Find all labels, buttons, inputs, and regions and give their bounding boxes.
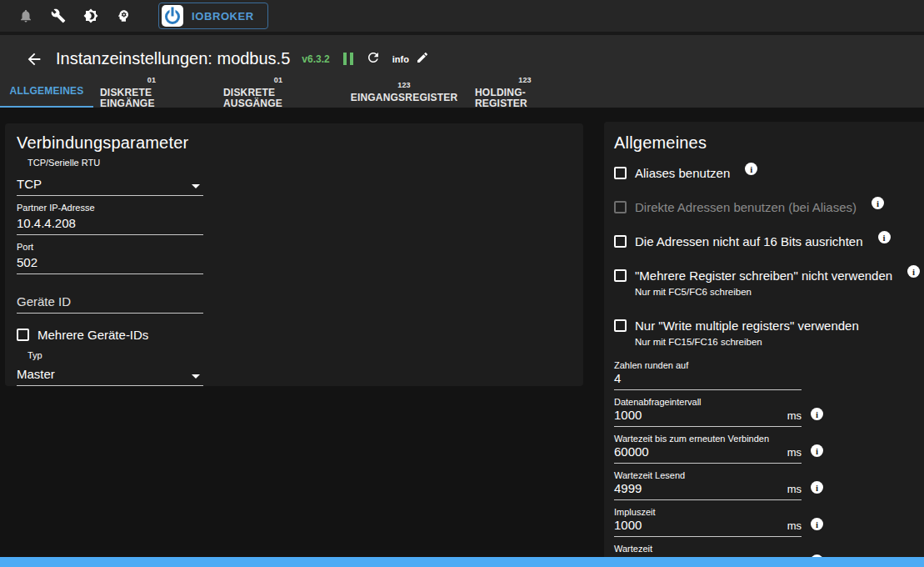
direct-addresses-checkbox: Direkte Adressen benutzen (bei Aliases) … <box>614 200 924 214</box>
only-write-multiple-group: Nur "Write multiple registers" verwenden… <box>614 319 924 347</box>
field-value: 60000 <box>614 444 649 459</box>
round-numbers-input[interactable]: 4 <box>614 370 802 390</box>
info-icon[interactable]: i <box>811 481 823 494</box>
tab-holding-register[interactable]: 123 HOLDING-REGISTER <box>475 76 575 108</box>
checkbox-sublabel: Nur mit FC5/FC6 schreiben <box>635 287 924 297</box>
field-label: Impluszeit <box>614 507 802 517</box>
connection-type-label: TCP/Serielle RTU <box>27 158 572 168</box>
tab-badge: 123 <box>397 80 411 91</box>
tab-label: ALLGEMEINES <box>10 86 84 97</box>
no-write-multiple-group: "Mehrere Register schreiben" nicht verwe… <box>614 268 924 297</box>
theme-brightness-icon[interactable] <box>83 8 98 23</box>
partner-ip-value: 10.4.4.208 <box>17 216 76 230</box>
aliases-checkbox[interactable]: Aliases benutzen i <box>614 166 924 180</box>
caret-down-icon <box>192 184 200 188</box>
port-value: 502 <box>17 255 37 269</box>
partner-ip-input[interactable]: 10.4.4.208 <box>17 214 203 235</box>
topbar: IOBROKER <box>0 0 924 35</box>
tab-label: HOLDING-REGISTER <box>475 88 575 109</box>
field-value: 1000 <box>614 518 642 532</box>
wrench-icon[interactable] <box>51 8 66 23</box>
only-write-multiple-checkbox[interactable]: Nur "Write multiple registers" verwenden <box>614 319 924 333</box>
connection-panel-title: Verbindungsparameter <box>17 133 572 153</box>
expert-mode-icon[interactable] <box>116 8 131 23</box>
device-id-label: Geräte ID <box>17 294 71 309</box>
checkbox-icon <box>17 329 29 341</box>
iobroker-logo-icon <box>162 5 183 27</box>
typ-label: Typ <box>27 350 572 360</box>
reconnect-time-input[interactable]: 60000 ms <box>614 444 802 464</box>
instance-header: Instanzeinstellungen: modbus.5 v6.3.2 in… <box>0 35 924 108</box>
caret-down-icon <box>192 374 200 379</box>
field-label: Wartezeit Lesend <box>614 470 802 480</box>
poll-interval-input[interactable]: 1000 ms <box>614 407 802 427</box>
info-icon[interactable]: i <box>811 408 823 420</box>
tab-label: DISKRETE EINGÄNGE <box>100 88 203 109</box>
title-row: Instanzeinstellungen: modbus.5 v6.3.2 in… <box>0 35 924 72</box>
connection-panel: Verbindungsparameter TCP/Serielle RTU TC… <box>5 123 583 386</box>
port-label: Port <box>17 242 572 252</box>
checkbox-icon <box>614 167 627 179</box>
checkbox-label: Aliases benutzen <box>635 166 730 180</box>
back-arrow-icon[interactable] <box>25 50 43 68</box>
field-unit: ms <box>787 409 802 422</box>
checkbox-label: Die Adressen nicht auf 16 Bits ausrichte… <box>635 234 863 248</box>
checkbox-label: Direkte Adressen benutzen (bei Aliases) <box>635 200 857 214</box>
checkbox-icon <box>614 235 627 248</box>
device-id-input[interactable]: Geräte ID <box>17 293 203 314</box>
iobroker-logo-button[interactable]: IOBROKER <box>158 3 268 29</box>
partner-ip-label: Partner IP-Adresse <box>17 203 572 213</box>
tab-bar: ALLGEMEINES 01 DISKRETE EINGÄNGE 01 DISK… <box>0 76 924 108</box>
field-unit: ms <box>787 519 802 532</box>
field-label: Zahlen runden auf <box>614 360 802 370</box>
info-icon[interactable]: i <box>872 197 884 209</box>
typ-value: Master <box>17 367 55 381</box>
info-icon[interactable]: i <box>907 265 920 278</box>
field-value: 1000 <box>614 408 642 422</box>
checkbox-icon <box>614 319 627 332</box>
read-timeout-field: Wartezeit Lesend 4999 ms i <box>614 470 802 500</box>
port-input[interactable]: 502 <box>17 253 203 274</box>
multi-device-label: Mehrere Geräte-IDs <box>37 328 148 342</box>
read-timeout-input[interactable]: 4999 ms <box>614 480 802 500</box>
pause-icon[interactable] <box>343 53 353 65</box>
info-icon[interactable]: i <box>878 231 891 243</box>
info-label[interactable]: info <box>392 54 409 64</box>
no-align-16bit-checkbox[interactable]: Die Adressen nicht auf 16 Bits ausrichte… <box>614 234 924 248</box>
version-badge: v6.3.2 <box>302 53 329 65</box>
field-value: 4999 <box>614 481 642 495</box>
tab-badge: 123 <box>518 75 532 86</box>
tab-badge: 01 <box>274 75 282 86</box>
tab-allgemeines[interactable]: ALLGEMEINES <box>0 76 93 108</box>
field-label: Datenabfrageintervall <box>614 397 802 407</box>
poll-interval-field: Datenabfrageintervall 1000 ms i <box>614 397 802 427</box>
tab-label: EINGANGSREGISTER <box>351 93 458 103</box>
field-unit: ms <box>787 446 802 459</box>
general-panel-title: Allgemeines <box>614 133 924 153</box>
checkbox-icon <box>614 201 627 213</box>
tab-diskrete-ausgaenge[interactable]: 01 DISKRETE AUSGÄNGE <box>223 76 333 108</box>
notifications-bell-icon[interactable] <box>18 8 33 23</box>
checkbox-icon <box>614 269 627 282</box>
field-unit: ms <box>787 483 802 495</box>
tab-eingangsregister[interactable]: 123 EINGANGSREGISTER <box>353 76 455 108</box>
horizontal-scrollbar[interactable] <box>0 557 924 567</box>
no-write-multiple-checkbox[interactable]: "Mehrere Register schreiben" nicht verwe… <box>614 268 924 283</box>
field-value: 4 <box>614 371 621 385</box>
edit-pencil-icon[interactable] <box>416 51 429 68</box>
multi-device-checkbox[interactable]: Mehrere Geräte-IDs <box>17 328 572 342</box>
iobroker-logo-label: IOBROKER <box>192 10 254 23</box>
typ-select[interactable]: Master <box>17 365 203 386</box>
refresh-icon[interactable] <box>366 50 381 68</box>
connection-type-value: TCP <box>17 177 42 191</box>
reconnect-time-field: Wartezeit bis zum erneuten Verbinden 600… <box>614 434 802 464</box>
connection-type-select[interactable]: TCP <box>17 175 203 196</box>
tab-diskrete-eingaenge[interactable]: 01 DISKRETE EINGÄNGE <box>100 76 203 108</box>
tab-badge: 01 <box>147 75 156 86</box>
info-icon[interactable]: i <box>811 518 823 530</box>
info-icon[interactable]: i <box>811 444 823 457</box>
info-icon[interactable]: i <box>745 163 757 175</box>
general-panel: Allgemeines Aliases benutzen i Direkte A… <box>604 122 924 567</box>
round-numbers-field: Zahlen runden auf 4 <box>614 360 802 390</box>
pulse-time-input[interactable]: 1000 ms <box>614 517 802 537</box>
